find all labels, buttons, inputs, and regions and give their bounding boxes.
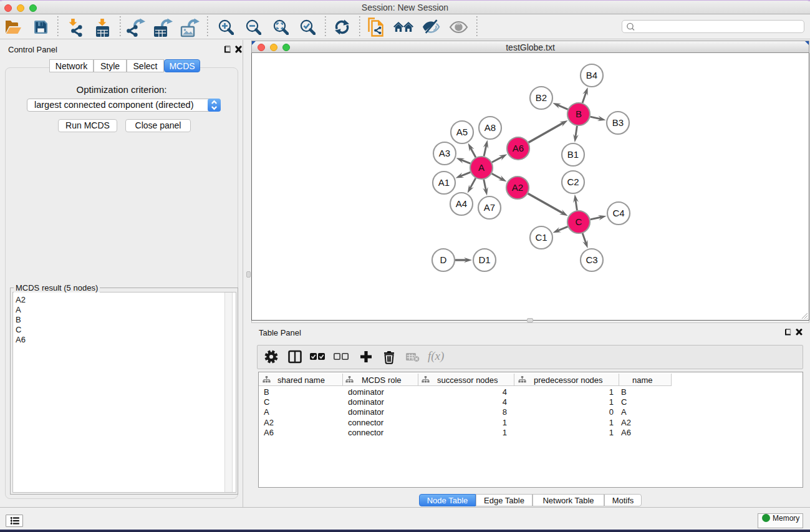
svg-text:B2: B2 [536, 92, 547, 103]
svg-text:C1: C1 [535, 232, 547, 243]
svg-text:D1: D1 [478, 254, 490, 265]
svg-text:A4: A4 [456, 198, 467, 209]
svg-text:C2: C2 [567, 177, 579, 187]
svg-text:C4: C4 [612, 208, 624, 218]
svg-text:A7: A7 [484, 202, 495, 213]
svg-text:A3: A3 [439, 148, 450, 158]
svg-text:B3: B3 [612, 117, 624, 128]
svg-text:A8: A8 [485, 122, 496, 133]
svg-text:B4: B4 [586, 70, 597, 80]
svg-text:B1: B1 [567, 149, 579, 160]
svg-text:C3: C3 [586, 254, 597, 265]
svg-text:D: D [440, 254, 447, 265]
svg-text:A: A [478, 162, 485, 173]
svg-text:A1: A1 [438, 177, 450, 188]
svg-text:C: C [576, 216, 582, 227]
svg-text:A2: A2 [512, 182, 523, 193]
svg-text:B: B [576, 109, 582, 119]
svg-text:A6: A6 [513, 143, 524, 153]
svg-text:A5: A5 [456, 127, 468, 137]
